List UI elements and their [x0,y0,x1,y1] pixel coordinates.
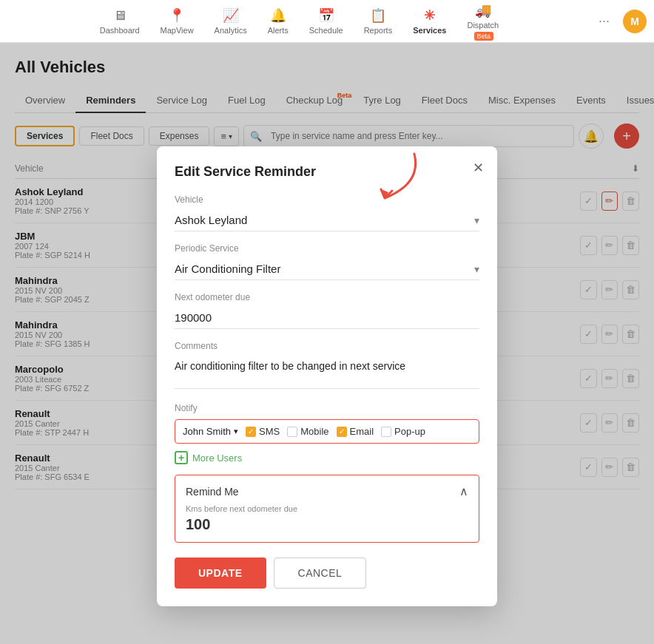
avatar: M [623,10,647,33]
notify-email-checkbox[interactable]: ✓ Email [337,426,374,437]
next-odometer-label: Next odometer due [175,292,479,302]
comments-label: Comments [175,341,479,351]
nav-services[interactable]: ✳ Services [402,3,456,39]
nav-analytics[interactable]: 📈 Analytics [204,3,257,39]
notify-mobile-checkbox[interactable]: Mobile [287,426,328,437]
nav-alerts[interactable]: 🔔 Alerts [257,3,299,39]
nav-dispatch[interactable]: 🚚 Dispatch Beta [456,0,509,45]
vehicle-value: Ashok Leyland [175,214,247,226]
periodic-service-dropdown[interactable]: Air Conditioning Filter ▾ [175,258,479,280]
nav-reports[interactable]: 📋 Reports [354,3,403,39]
nav-mapview[interactable]: 📍 MapView [150,3,204,39]
dispatch-icon: 🚚 [475,2,491,18]
page-wrapper: 🖥 Dashboard 📍 MapView 📈 Analytics 🔔 Aler… [0,0,654,644]
notify-label: Notify [175,403,479,413]
modal-overlay: Edit Service Reminder ✕ Vehicle Ashok Le… [0,43,654,644]
alerts-icon: 🔔 [270,7,286,24]
update-button[interactable]: UPDATE [175,557,266,589]
remind-km-label: Kms before next odometer due [186,504,468,513]
nav-more-button[interactable]: ··· [591,9,617,33]
mobile-unchecked-icon [287,427,297,437]
periodic-service-value: Air Conditioning Filter [175,262,280,275]
remind-title: Remind Me [186,486,239,498]
next-odometer-input[interactable] [175,307,479,329]
notify-user-select[interactable]: John Smith ▾ [183,426,238,437]
comments-textarea[interactable]: Air conditioning filter to be changed in… [175,356,479,389]
modal-close-button[interactable]: ✕ [473,160,484,176]
remind-collapse-button[interactable]: ∧ [459,484,468,498]
cancel-button[interactable]: CANCEL [274,557,367,589]
remind-section: Remind Me ∧ Kms before next odometer due… [175,475,479,543]
notify-user-name: John Smith [183,426,231,437]
popup-unchecked-icon [381,427,391,437]
analytics-icon: 📈 [223,7,239,24]
modal-footer: UPDATE CANCEL [175,557,479,589]
periodic-service-dropdown-arrow: ▾ [474,263,479,275]
top-nav: 🖥 Dashboard 📍 MapView 📈 Analytics 🔔 Aler… [0,0,654,43]
notify-options: ✓ SMS Mobile ✓ Email Pop-up [246,426,425,437]
services-icon: ✳ [424,7,435,24]
edit-service-modal: Edit Service Reminder ✕ Vehicle Ashok Le… [157,146,497,606]
more-users-button[interactable]: + More Users [175,451,479,464]
nav-dashboard[interactable]: 🖥 Dashboard [90,4,150,39]
nav-schedule[interactable]: 📅 Schedule [299,3,354,39]
more-users-label: More Users [192,453,242,464]
mapview-icon: 📍 [169,7,185,24]
reports-icon: 📋 [370,7,386,24]
vehicle-label: Vehicle [175,194,479,205]
notify-popup-checkbox[interactable]: Pop-up [381,426,425,437]
notify-sms-checkbox[interactable]: ✓ SMS [246,426,280,437]
modal-title: Edit Service Reminder [175,164,479,180]
remind-km-value: 100 [186,516,468,533]
vehicle-dropdown-arrow: ▾ [474,214,479,226]
vehicle-dropdown[interactable]: Ashok Leyland ▾ [175,209,479,231]
plus-green-icon: + [175,451,188,464]
dashboard-icon: 🖥 [113,8,127,24]
email-checked-icon: ✓ [337,427,347,437]
periodic-service-label: Periodic Service [175,243,479,254]
nav-items: 🖥 Dashboard 📍 MapView 📈 Analytics 🔔 Aler… [7,0,591,45]
notify-row: John Smith ▾ ✓ SMS Mobile ✓ Email [175,419,479,444]
notify-user-arrow: ▾ [234,427,238,436]
schedule-icon: 📅 [318,7,334,24]
sms-checked-icon: ✓ [246,427,256,437]
